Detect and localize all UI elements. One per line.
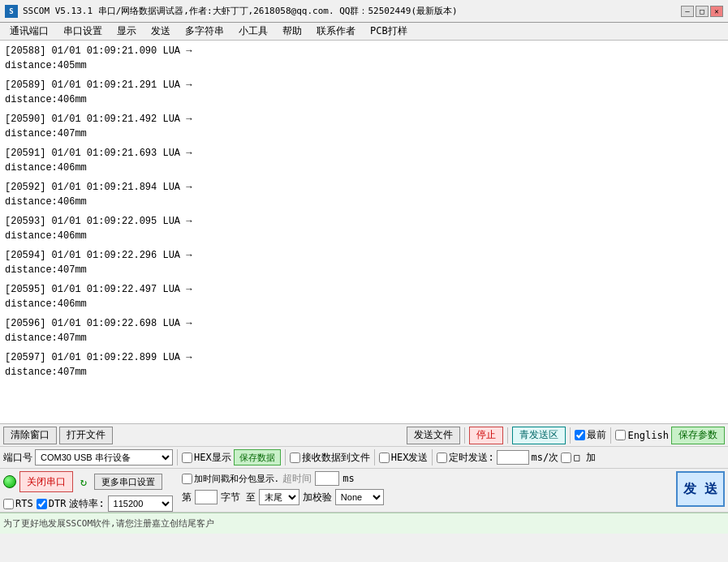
bottom-panel: 清除窗口 打开文件 发送文件 停止 青发送区 最前 English 保存参数 端…: [0, 424, 728, 534]
connection-led: [3, 475, 16, 488]
log-data-3: distance:406mm: [5, 161, 723, 175]
menu-item-pcb[interactable]: PCB打样: [364, 24, 414, 40]
recv-file-label: 接收数据到文件: [302, 451, 370, 465]
log-data-8: distance:407mm: [5, 331, 723, 345]
open-file-button[interactable]: 打开文件: [59, 427, 113, 444]
log-entry-2: [20590] 01/01 01:09:21.492 LUA → distanc…: [5, 112, 723, 141]
log-header-0: [20588] 01/01 01:09:21.090 LUA →: [5, 44, 723, 58]
log-entry-4: [20592] 01/01 01:09:21.894 LUA → distanc…: [5, 180, 723, 209]
log-entry-6: [20594] 01/01 01:09:22.296 LUA → distanc…: [5, 248, 723, 277]
last-checkbox[interactable]: [575, 430, 585, 440]
recv-file-checkbox[interactable]: [290, 453, 300, 463]
baud-label: 波特率:: [69, 497, 104, 511]
byte-from-prefix: 第: [182, 491, 192, 504]
hex-display-checkbox[interactable]: [182, 453, 192, 463]
log-area: [20588] 01/01 01:09:21.090 LUA → distanc…: [0, 41, 728, 424]
log-entry-5: [20593] 01/01 01:09:22.095 LUA → distanc…: [5, 214, 723, 243]
timeout-input[interactable]: 20: [315, 471, 339, 486]
dtr-checkbox[interactable]: [37, 499, 47, 509]
log-data-2: distance:407mm: [5, 127, 723, 141]
hex-send-checkbox[interactable]: [379, 453, 390, 463]
menu-bar: 通讯端口 串口设置 显示 发送 多字符串 小工具 帮助 联系作者 PCB打样: [0, 23, 728, 41]
menu-item-contact[interactable]: 联系作者: [310, 24, 362, 40]
menu-item-multistr[interactable]: 多字符串: [179, 24, 230, 40]
timed-interval-input[interactable]: 200: [497, 450, 529, 465]
clear-window-button[interactable]: 清除窗口: [3, 427, 57, 444]
menu-item-display[interactable]: 显示: [110, 24, 143, 40]
log-header-1: [20589] 01/01 01:09:21.291 LUA →: [5, 78, 723, 92]
port-select[interactable]: COM30 USB 串行设备: [35, 449, 173, 465]
hex-send-label: HEX发送: [391, 451, 429, 465]
log-entry-0: [20588] 01/01 01:09:21.090 LUA → distanc…: [5, 44, 723, 73]
ms-per-label: ms/次: [532, 451, 559, 465]
log-header-7: [20595] 01/01 01:09:22.497 LUA →: [5, 282, 723, 297]
ms-label: ms: [342, 473, 354, 484]
timestamp-checkbox[interactable]: [182, 474, 192, 484]
english-checkbox[interactable]: [615, 430, 626, 440]
dtr-label: DTR: [49, 498, 67, 509]
close-port-button[interactable]: 关闭串口: [19, 471, 73, 492]
title-text: SSCOM V5.13.1 串口/网络数据调试器,作者:大虾丁丁,2618058…: [23, 5, 676, 17]
save-param-button[interactable]: 保存参数: [671, 427, 725, 444]
timestamp-label: 加时间戳和分包显示.: [194, 473, 280, 485]
stop-button[interactable]: 停止: [469, 427, 503, 444]
hex-display-group: HEX显示: [182, 451, 231, 465]
byte-from-input[interactable]: 1: [195, 490, 218, 504]
menu-item-help[interactable]: 帮助: [276, 24, 308, 40]
rts-group: RTS: [3, 498, 33, 509]
timestamp-group: 加时间戳和分包显示.: [182, 473, 280, 485]
dtr-group: DTR: [37, 498, 67, 509]
menu-item-tools[interactable]: 小工具: [232, 24, 274, 40]
english-checkbox-group: English: [615, 430, 669, 441]
menu-item-comm[interactable]: 通讯端口: [3, 24, 55, 40]
port-label: 端口号: [3, 451, 32, 465]
save-data-button[interactable]: 保存数据: [234, 449, 281, 465]
add-label: □ 加: [574, 451, 595, 465]
controls-main-row: 关闭串口 ↻ 更多串口设置 RTS DTR 波特率: 115200: [0, 469, 728, 513]
timed-send-label: 定时发送:: [449, 451, 493, 465]
checksum-select[interactable]: None: [335, 489, 384, 505]
menu-item-serial[interactable]: 串口设置: [57, 24, 109, 40]
send-file-button[interactable]: 发送文件: [407, 427, 460, 444]
log-header-4: [20592] 01/01 01:09:21.894 LUA →: [5, 180, 723, 195]
log-entry-7: [20595] 01/01 01:09:22.497 LUA → distanc…: [5, 282, 723, 311]
english-label: English: [627, 430, 669, 441]
baud-select[interactable]: 115200: [108, 496, 173, 512]
timed-send-checkbox[interactable]: [437, 453, 447, 463]
log-data-1: distance:406mm: [5, 92, 723, 107]
footer-row: 为了更好地发展SSCOM软件,请您注册嘉立创结尾客户: [0, 513, 728, 534]
log-entry-8: [20596] 01/01 01:09:22.698 LUA → distanc…: [5, 316, 723, 345]
close-button[interactable]: ✕: [710, 6, 723, 17]
log-header-9: [20597] 01/01 01:09:22.899 LUA →: [5, 350, 723, 365]
log-entry-3: [20591] 01/01 01:09:21.693 LUA → distanc…: [5, 146, 723, 175]
log-data-5: distance:406mm: [5, 229, 723, 243]
byte-to-select[interactable]: 末尾: [259, 489, 299, 505]
byte-text-label: 字节 至: [221, 491, 256, 504]
log-data-6: distance:407mm: [5, 263, 723, 277]
timed-send-group: 定时发送:: [437, 451, 493, 465]
start-send-button[interactable]: 青发送区: [512, 427, 566, 444]
menu-item-send[interactable]: 发送: [144, 24, 177, 40]
last-label: 最前: [587, 428, 606, 442]
maximize-button[interactable]: □: [696, 6, 709, 17]
send-main-button[interactable]: 发 送: [676, 471, 725, 507]
port-hex-row: 端口号 COM30 USB 串行设备 HEX显示 保存数据 接收数据到文件 HE…: [0, 447, 728, 469]
minimize-button[interactable]: —: [681, 6, 694, 17]
log-header-5: [20593] 01/01 01:09:22.095 LUA →: [5, 214, 723, 229]
title-bar: S SSCOM V5.13.1 串口/网络数据调试器,作者:大虾丁丁,26180…: [0, 0, 728, 23]
log-header-3: [20591] 01/01 01:09:21.693 LUA →: [5, 146, 723, 161]
timeout-label: 超时间: [282, 472, 312, 486]
footer-text: 为了更好地发展SSCOM软件,请您注册嘉立创结尾客户: [3, 517, 214, 530]
hex-display-label: HEX显示: [194, 451, 231, 465]
log-entry-9: [20597] 01/01 01:09:22.899 LUA → distanc…: [5, 350, 723, 380]
hex-send-group: HEX发送: [379, 451, 429, 465]
action-btn-row: 清除窗口 打开文件 发送文件 停止 青发送区 最前 English 保存参数: [0, 424, 728, 447]
log-entry-1: [20589] 01/01 01:09:21.291 LUA → distanc…: [5, 78, 723, 107]
last-checkbox-group: 最前: [575, 428, 606, 442]
log-header-6: [20594] 01/01 01:09:22.296 LUA →: [5, 248, 723, 263]
checksum-label: 加校验: [303, 491, 332, 504]
add-checkbox[interactable]: [561, 453, 571, 463]
more-ports-button[interactable]: 更多串口设置: [94, 474, 162, 490]
refresh-icon[interactable]: ↻: [76, 474, 91, 489]
rts-checkbox[interactable]: [3, 499, 14, 509]
